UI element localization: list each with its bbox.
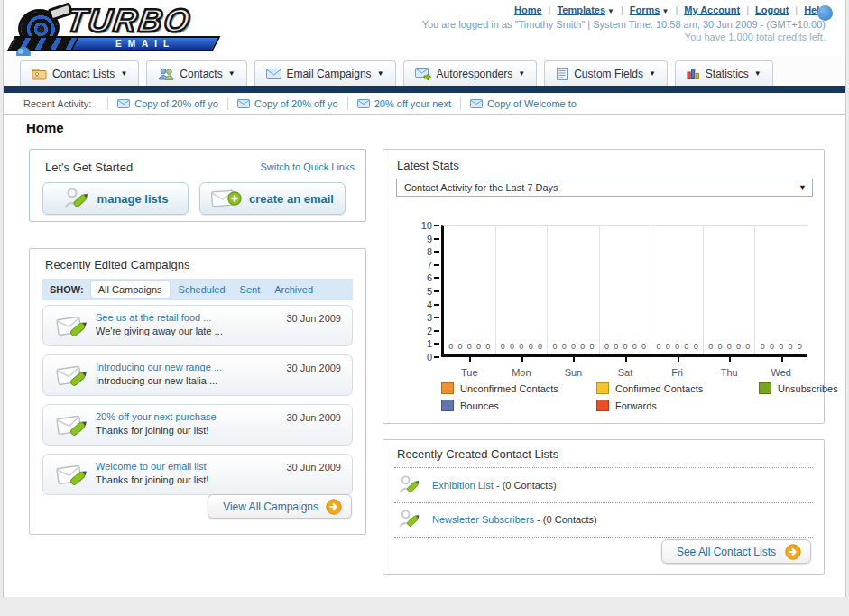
see-all-contact-lists-button[interactable]: See All Contact Lists — [661, 539, 811, 564]
header-nav-link[interactable]: Templates — [557, 5, 605, 15]
create-an-email-button[interactable]: create an email — [199, 182, 346, 215]
recent-activity-link[interactable]: Copy of 20% off yo — [254, 98, 338, 109]
legend-swatch — [596, 382, 609, 394]
bar-value: 0 — [604, 342, 609, 351]
arrow-circle-icon — [785, 544, 801, 560]
campaign-date: 30 Jun 2009 — [286, 462, 341, 473]
tab-autoresponders[interactable]: Autoresponders ▼ — [403, 60, 538, 86]
contact-list-count: - (0 Contacts) — [534, 514, 597, 525]
header-nav: Home|Templates▼|Forms▼|My Account|Logout… — [514, 5, 826, 15]
recent-activity-link[interactable]: Copy of 20% off yo — [134, 98, 218, 109]
tab-contact-lists[interactable]: Contact Lists ▼ — [20, 60, 139, 86]
logo-text-email: EMAIL — [115, 39, 175, 49]
view-all-campaigns-button[interactable]: View All Campaigns — [208, 494, 352, 519]
recent-activity-link[interactable]: 20% off your next — [374, 98, 451, 109]
bar-value: 0 — [684, 342, 688, 351]
x-axis-tick — [729, 357, 731, 362]
campaign-filter[interactable]: Sent — [240, 284, 261, 295]
bar-value: 0 — [552, 342, 557, 351]
campaign-row[interactable]: Welcome to our email list Thanks for joi… — [42, 454, 353, 495]
turbo-email-logo[interactable]: TURBO EMAIL — [9, 2, 226, 54]
contact-list-link[interactable]: Newsletter Subscribers — [432, 514, 534, 525]
bar-value: 0 — [708, 342, 713, 351]
chart-group-sat: 00000Sat — [600, 226, 652, 354]
bar-value: 0 — [538, 342, 542, 351]
manage-lists-button[interactable]: manage lists — [42, 182, 189, 215]
campaign-row[interactable]: Introducing our new range ... Introducin… — [42, 354, 353, 396]
x-axis-tick — [573, 357, 575, 362]
recent-activity-label: Recent Activity: — [23, 98, 91, 109]
chevron-down-icon: ▼ — [120, 69, 127, 78]
legend-label: Bounces — [460, 400, 499, 411]
bar-value: 0 — [798, 342, 802, 351]
x-axis-tick — [521, 357, 523, 362]
create-email-label: create an email — [249, 192, 334, 206]
y-axis-tick-label: 7 — [409, 260, 432, 271]
y-axis-tick — [434, 225, 439, 226]
logo-text-turbo: TURBO — [64, 2, 194, 40]
bar-value: 0 — [641, 342, 646, 351]
recently-edited-campaigns-panel: Recently Edited Campaigns SHOW: All Camp… — [29, 248, 366, 535]
contact-activity-chart: 00000Tue00000Mon00000Sun00000Sat00000Fri… — [383, 150, 824, 423]
bar-value: 0 — [580, 342, 585, 351]
bar-value: 0 — [779, 342, 783, 351]
campaign-filter[interactable]: Scheduled — [179, 284, 226, 295]
chart-plot: 00000Tue00000Mon00000Sun00000Sat00000Fri… — [441, 225, 807, 357]
campaign-title-link[interactable]: Introducing our new range ... — [96, 362, 222, 372]
campaign-title-link[interactable]: 20% off your next purchase — [96, 411, 217, 422]
contact-list-count: - (0 Contacts) — [494, 480, 557, 491]
legend-item: Bounces — [441, 400, 596, 411]
recent-activity-item: 20% off your next — [347, 97, 460, 110]
tab-email-campaigns[interactable]: Email Campaigns ▼ — [254, 60, 396, 86]
nav-separator: | — [675, 5, 678, 15]
header-nav-link[interactable]: Forms — [630, 5, 660, 15]
envelope-pencil-icon — [56, 462, 90, 489]
legend-swatch — [441, 382, 454, 394]
campaign-date: 30 Jun 2009 — [286, 412, 341, 423]
bar-value-labels: 00000 — [548, 342, 599, 351]
chart-group-thu: 00000Thu — [704, 226, 756, 354]
bar-value: 0 — [589, 342, 594, 351]
get-started-panel: Let's Get Started Switch to Quick Links … — [29, 149, 366, 222]
header-nav-link[interactable]: My Account — [684, 5, 740, 15]
legend-swatch — [596, 400, 609, 411]
bar-value-labels: 00000 — [755, 342, 807, 351]
bar-value: 0 — [694, 342, 698, 351]
header-nav-link[interactable]: Home — [514, 5, 542, 15]
tab-custom-fields[interactable]: Custom Fields ▼ — [544, 60, 668, 86]
tab-contacts[interactable]: Contacts ▼ — [146, 60, 246, 86]
app-window: TURBO EMAIL Home|Templates▼|Forms▼|My Ac… — [3, 0, 846, 597]
credits-info: You have 1,000 total credits left. — [685, 32, 826, 42]
mail-icon — [237, 99, 250, 108]
switch-to-quick-links-link[interactable]: Switch to Quick Links — [260, 161, 355, 172]
campaign-filter[interactable]: Archived — [274, 284, 313, 295]
campaign-row[interactable]: 20% off your next purchase Thanks for jo… — [42, 404, 353, 446]
dotted-divider — [394, 467, 813, 468]
get-started-title: Let's Get Started — [45, 161, 133, 174]
bar-value-labels: 00000 — [496, 342, 548, 351]
recent-activity-link[interactable]: Copy of Welcome to — [487, 98, 577, 109]
campaign-filter[interactable]: All Campaigns — [91, 281, 170, 298]
envelope-pencil-icon — [56, 313, 90, 340]
campaign-date: 30 Jun 2009 — [286, 363, 341, 373]
y-axis-tick-label: 6 — [409, 272, 432, 283]
bar-value: 0 — [510, 342, 514, 351]
y-axis-tick — [434, 330, 439, 332]
campaign-row[interactable]: See us at the retail food ... We're givi… — [42, 305, 353, 346]
contact-lists-icon — [32, 68, 47, 80]
contact-list-link[interactable]: Exhibition List — [432, 480, 494, 491]
tab-statistics[interactable]: Statistics ▼ — [675, 60, 773, 86]
campaign-title-link[interactable]: Welcome to our email list — [96, 461, 207, 472]
chart-legend: Unconfirmed Contacts Confirmed Contacts … — [441, 382, 849, 411]
header-nav-link[interactable]: Logout — [755, 5, 789, 15]
bar-value: 0 — [675, 342, 679, 351]
legend-label: Unsubscribes — [778, 383, 838, 394]
y-axis-tick-label: 1 — [409, 338, 432, 349]
chevron-down-icon: ▼ — [649, 69, 656, 78]
bar-value: 0 — [770, 342, 774, 351]
y-axis-tick — [434, 343, 439, 345]
campaign-title-link[interactable]: See us at the retail food ... — [96, 312, 211, 323]
y-axis-tick-label: 10 — [409, 220, 432, 231]
x-axis-tick — [781, 357, 783, 362]
x-axis-label: Thu — [704, 367, 755, 378]
